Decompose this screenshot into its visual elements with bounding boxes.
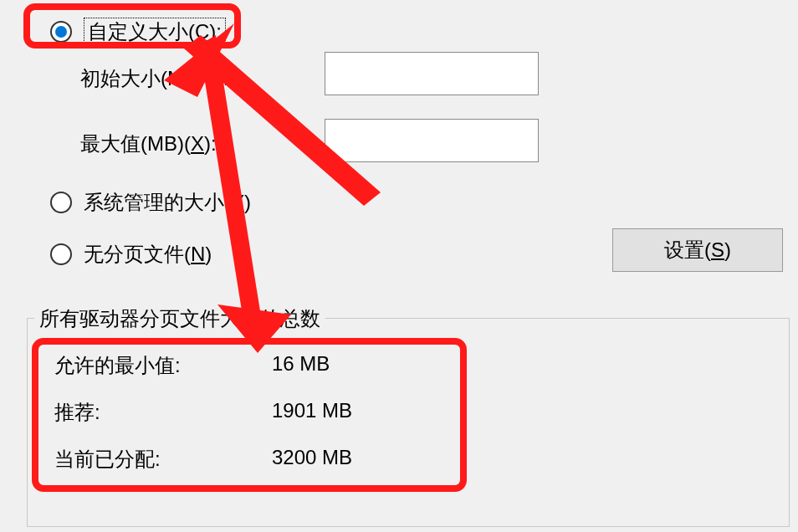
min-allowed-value: 16 MB: [272, 352, 330, 379]
min-allowed-label: 允许的最小值:: [54, 352, 272, 379]
virtual-memory-panel: 自定义大小(C): 初始大小(MB)(I): 最大值(MB)(X): 系统管理的…: [27, 0, 791, 532]
radio-custom-size-label: 自定义大小(C):: [84, 18, 226, 46]
initial-size-text: 初始大小(MB)(I):: [80, 65, 228, 92]
radio-dot-empty-icon: [50, 192, 72, 213]
totals-groupbox: 所有驱动器分页文件大小的总数 允许的最小值: 16 MB 推荐: 1901 MB…: [27, 318, 790, 527]
radio-system-managed-label: 系统管理的大小(Y): [84, 189, 251, 216]
current-alloc-label: 当前已分配:: [54, 446, 272, 473]
current-alloc-value: 3200 MB: [272, 446, 352, 473]
radio-system-managed[interactable]: 系统管理的大小(Y): [50, 186, 251, 219]
radio-no-paging-label: 无分页文件(N): [84, 241, 212, 268]
max-size-input[interactable]: [325, 119, 539, 162]
label-initial-size: 初始大小(MB)(I):: [80, 62, 228, 95]
radio-custom-size[interactable]: 自定义大小(C):: [50, 15, 226, 49]
recommended-label: 推荐:: [54, 399, 272, 426]
radio-dot-empty-icon: [50, 243, 72, 265]
radio-dot-selected-icon: [50, 21, 72, 43]
radio-no-paging[interactable]: 无分页文件(N): [50, 238, 212, 271]
recommended-value: 1901 MB: [272, 399, 352, 426]
set-button[interactable]: 设置(S): [612, 228, 783, 272]
initial-size-input[interactable]: [325, 52, 539, 95]
totals-group-title: 所有驱动器分页文件大小的总数: [34, 305, 325, 332]
row-min-allowed: 允许的最小值: 16 MB: [54, 352, 330, 379]
row-recommended: 推荐: 1901 MB: [54, 399, 352, 426]
max-size-text: 最大值(MB)(X):: [80, 130, 217, 157]
row-current-alloc: 当前已分配: 3200 MB: [54, 446, 352, 473]
label-max-size: 最大值(MB)(X):: [80, 127, 217, 161]
set-button-label: 设置(S): [664, 237, 731, 263]
